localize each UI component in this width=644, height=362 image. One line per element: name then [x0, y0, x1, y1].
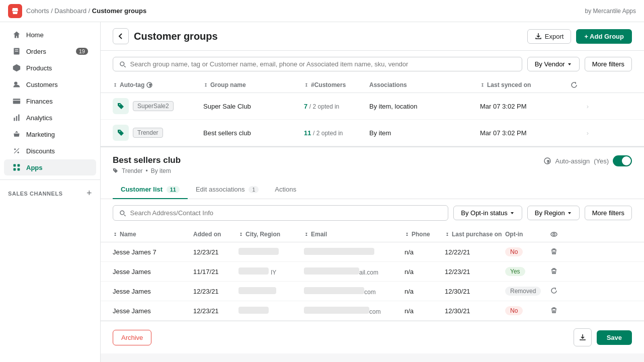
bottom-action-row: Archive Save — [101, 321, 644, 353]
col-eye — [550, 231, 571, 238]
auto-tag-cell: SuperSale2 — [113, 98, 203, 114]
analytics-icon — [12, 113, 21, 122]
svg-point-20 — [120, 211, 124, 215]
customer-city — [238, 287, 304, 296]
col-phone: Phone — [405, 231, 445, 238]
sidebar-item-home[interactable]: Home — [4, 27, 96, 43]
trash-icon[interactable] — [550, 307, 557, 314]
svg-point-9 — [18, 152, 19, 153]
col-name: Name — [113, 231, 193, 238]
tag-store-icon — [117, 129, 125, 137]
sidebar-item-orders[interactable]: Orders 19 — [4, 43, 96, 59]
tab-edit-associations[interactable]: Edit associations 1 — [188, 180, 267, 199]
sort-icon — [238, 232, 244, 237]
group-table-row[interactable]: Trender Best sellers club 11 / 2 opted i… — [101, 120, 644, 146]
tab-customer-list[interactable]: Customer list 11 — [113, 180, 188, 199]
col-auto-tag: Auto-tag ? — [113, 81, 203, 88]
auto-assign-toggle: ? Auto-assign (Yes) — [544, 155, 632, 166]
customer-added-on: 12/23/21 — [193, 248, 238, 256]
sidebar: Home Orders 19 Products Customers — [0, 22, 101, 362]
sidebar-item-orders-label: Orders — [26, 48, 46, 55]
add-group-button[interactable]: + Add Group — [576, 29, 632, 44]
group-detail-header: Best sellers club Trender • By item ? Au… — [101, 147, 644, 174]
customer-list-badge: 11 — [167, 186, 180, 193]
bottom-search-box — [113, 205, 448, 221]
auto-tag-cell: Trender — [113, 125, 203, 141]
top-search-box — [113, 57, 522, 71]
sidebar-item-analytics-label: Analytics — [26, 114, 52, 122]
customer-table-row: Jesse James 12/23/21 com n/a 12/30/21 Re… — [101, 282, 644, 301]
sidebar-item-discounts-label: Discounts — [26, 147, 55, 155]
page-header-left: Customer groups — [113, 28, 218, 44]
tab-actions[interactable]: Actions — [267, 180, 304, 199]
top-search-input[interactable] — [130, 60, 516, 68]
tag-icon — [113, 125, 129, 141]
add-sales-channel-icon[interactable]: + — [87, 188, 92, 199]
tabs-row: Customer list 11 Edit associations 1 Act… — [101, 180, 644, 199]
by-vendor-filter[interactable]: By Vendor — [527, 57, 580, 71]
svg-point-22 — [553, 233, 555, 235]
svg-point-8 — [14, 148, 16, 150]
opt-in-badge: Removed — [505, 287, 541, 296]
sidebar-nav: Home Orders 19 Products Customers — [0, 22, 100, 205]
sidebar-item-finances[interactable]: Finances — [4, 93, 96, 109]
products-icon — [12, 63, 21, 72]
download-icon-button[interactable] — [574, 328, 592, 346]
marketing-icon — [12, 130, 21, 139]
col-group-name: Group name — [203, 81, 304, 88]
more-filters-button[interactable]: More filters — [585, 57, 632, 71]
sidebar-item-analytics[interactable]: Analytics — [4, 110, 96, 126]
sidebar-item-marketing[interactable]: Marketing — [4, 126, 96, 142]
bottom-section: Best sellers club Trender • By item ? Au… — [101, 147, 644, 362]
by-region-filter[interactable]: By Region — [527, 206, 580, 220]
col-last-purchase: Last purchase on — [445, 231, 505, 238]
breadcrumb-text: Cohorts / Dashboard / Customer groups — [26, 7, 146, 15]
auto-assign-switch[interactable] — [613, 155, 632, 166]
group-detail-title: Best sellers club — [113, 155, 181, 165]
customer-opt-in: Yes — [505, 267, 550, 276]
associations-cell: By item, location — [369, 103, 480, 110]
trash-icon[interactable] — [550, 248, 557, 255]
row-chevron: › — [571, 103, 589, 110]
customer-email: ail.com — [304, 267, 405, 276]
finances-icon — [12, 97, 21, 106]
customer-last-purchase: 12/22/21 — [445, 248, 505, 256]
sidebar-item-finances-label: Finances — [26, 98, 53, 105]
customer-name: Jesse James — [113, 307, 193, 315]
row-chevron: › — [571, 129, 589, 137]
group-detail: Best sellers club Trender • By item ? Au… — [101, 147, 644, 353]
save-button[interactable]: Save — [597, 330, 632, 345]
opt-in-status-filter[interactable]: By Opt-in status — [453, 206, 522, 220]
sidebar-item-customers[interactable]: Customers — [4, 76, 96, 93]
discounts-icon — [12, 146, 21, 155]
group-table-row[interactable]: SuperSale2 Super Sale Club 7 / 2 opted i… — [101, 93, 644, 120]
opt-in-badge: Yes — [505, 267, 525, 276]
bottom-search-input[interactable] — [130, 209, 442, 217]
by-text: by Mercantile Apps — [585, 8, 636, 15]
back-button[interactable] — [113, 28, 129, 44]
svg-rect-7 — [18, 115, 19, 121]
archive-button[interactable]: Archive — [113, 330, 151, 345]
sidebar-item-discounts[interactable]: Discounts — [4, 143, 96, 159]
refresh-icon[interactable] — [550, 287, 557, 294]
sidebar-item-products[interactable]: Products — [4, 60, 96, 76]
group-name-cell: Super Sale Club — [203, 103, 304, 110]
customer-phone: n/a — [405, 268, 445, 276]
svg-rect-5 — [14, 118, 15, 121]
edit-associations-badge: 1 — [249, 186, 259, 193]
page-header: Customer groups Export + Add Group — [101, 22, 644, 51]
customer-email: com — [304, 287, 405, 296]
svg-point-3 — [14, 81, 17, 84]
sidebar-item-apps[interactable]: Apps — [4, 159, 96, 175]
svg-rect-14 — [18, 168, 20, 171]
tag-name-label: SuperSale2 — [133, 101, 174, 111]
group-table-header: Auto-tag ? Group name #Customers Associa… — [101, 77, 644, 93]
more-filters-bottom-button[interactable]: More filters — [585, 206, 632, 220]
group-detail-sub: Trender • By item — [113, 167, 181, 174]
customers-count-cell: 11 / 2 opted in — [304, 129, 369, 137]
search-icon — [119, 61, 126, 68]
trash-icon[interactable] — [550, 267, 557, 275]
col-email: Email — [304, 231, 405, 238]
export-button[interactable]: Export — [527, 29, 572, 44]
refresh-icon[interactable] — [571, 81, 578, 88]
